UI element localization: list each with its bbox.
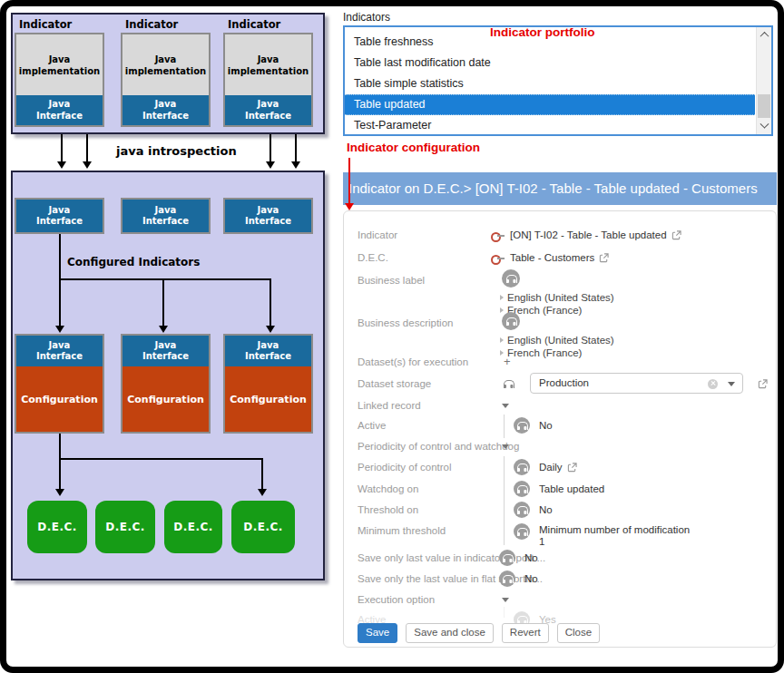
field-row-active: Active No [344, 416, 776, 434]
field-row-linked-record: Linked record [344, 396, 776, 415]
field-row-periodicity-group: Periodicity of control and watchdog [344, 437, 776, 455]
arrow-down-icon [295, 134, 297, 161]
foreign-key-icon [491, 254, 505, 262]
annotation-arrow-icon [348, 158, 350, 203]
java-interface-box: Java Interface [122, 336, 209, 366]
field-row-datasets-for-execution: Dataset(s) for execution + [344, 353, 776, 371]
clear-icon[interactable] [708, 379, 718, 389]
arrow-down-icon [61, 134, 63, 161]
expand-triangle-icon[interactable] [500, 337, 504, 343]
scrollbar[interactable] [756, 27, 771, 134]
save-and-close-button[interactable]: Save and close [406, 623, 494, 643]
indicator-group-label: Indicator [223, 16, 313, 33]
arrow-down-icon [162, 280, 164, 326]
field-row-save-last-flat: Save only the last value in flat reporti… [344, 570, 776, 588]
foreign-key-icon [491, 231, 505, 239]
configured-indicators-container: Java Interface Java Interface Java Inter… [11, 171, 325, 580]
java-interface-box: Java Interface [225, 336, 311, 366]
indicator-group-label: Indicator [15, 16, 104, 33]
add-icon[interactable]: + [504, 353, 511, 371]
arrow-down-icon [59, 280, 61, 326]
connector-line [59, 458, 263, 460]
list-item-selected[interactable]: Table updated [345, 94, 755, 115]
field-row-minimum-threshold: Minimum threshold Minimum number of modi… [344, 522, 776, 549]
java-interface-box: Java Interface [16, 95, 103, 125]
inherited-value-icon[interactable] [514, 481, 530, 497]
field-row-save-last-indicator: Save only last value in indicator report… [344, 549, 776, 567]
arrow-down-icon [270, 134, 271, 161]
java-interface-box: Java Interface [16, 336, 103, 366]
collapse-chevron-icon[interactable] [502, 444, 509, 449]
save-button[interactable]: Save [358, 623, 397, 643]
inherited-value-icon[interactable] [514, 459, 530, 475]
dec-box: D.E.C. [95, 501, 155, 553]
external-link-icon[interactable] [671, 230, 681, 240]
java-implementation-box: Java implementation [122, 34, 209, 95]
dec-box: D.E.C. [164, 501, 222, 553]
scroll-thumb[interactable] [758, 94, 770, 118]
inherited-value-icon [504, 380, 513, 387]
close-button[interactable]: Close [557, 623, 600, 643]
indicator-group: Indicator Java implementation Java Inter… [121, 16, 211, 127]
java-introspection-label: java introspection [116, 144, 237, 158]
list-item[interactable]: Table simple statistics [345, 73, 755, 94]
arrow-down-icon [270, 280, 271, 326]
java-interface-box: Java Interface [15, 198, 104, 234]
annotation-indicator-configuration: Indicator configuration [347, 141, 480, 154]
java-interface-box: Java Interface [121, 198, 211, 234]
indicator-box: Java implementation Java Interface [223, 33, 313, 127]
dataset-storage-combobox[interactable]: Production [530, 373, 743, 394]
indicator-box: Java implementation Java Interface [15, 33, 104, 127]
configuration-box: Configuration [16, 366, 103, 432]
inherited-value-icon[interactable] [502, 312, 520, 330]
connector-line [59, 278, 271, 280]
indicator-group: Indicator Java implementation Java Inter… [223, 16, 313, 127]
list-item[interactable]: Test-Parameter [345, 115, 755, 136]
scroll-up-icon[interactable] [757, 28, 771, 42]
field-row-business-label: Business label English (United States) F… [344, 271, 776, 317]
form-header: Indicator on D.E.C.> [ON] T-I02 - Table … [343, 172, 777, 205]
inherited-value-icon[interactable] [514, 523, 530, 540]
field-row-dataset-storage: Dataset storage Production [344, 375, 776, 393]
indicator-group: Indicator Java implementation Java Inter… [15, 16, 104, 127]
configuration-box: Configuration [122, 366, 209, 432]
dropdown-caret-icon[interactable] [728, 382, 735, 386]
field-row-periodicity-of-control: Periodicity of control Daily [344, 458, 776, 476]
indicator-box: Java implementation Java Interface [121, 33, 211, 127]
configured-indicator-box: Java Interface Configuration [223, 334, 313, 434]
collapse-chevron-icon[interactable] [502, 598, 509, 602]
screenshot-root: Indicator Java implementation Java Inter… [0, 0, 784, 673]
field-row-dec: D.E.C. Table - Customers [344, 249, 776, 267]
expand-triangle-icon[interactable] [500, 307, 504, 313]
inherited-value-icon[interactable] [514, 417, 530, 434]
field-row-watchdog-on: Watchdog on Table updated [344, 480, 776, 498]
configured-indicator-box: Java Interface Configuration [15, 334, 104, 434]
scroll-down-icon[interactable] [757, 120, 771, 133]
inherited-value-icon[interactable] [514, 502, 530, 518]
java-implementation-box: Java implementation [16, 34, 103, 95]
external-link-icon[interactable] [758, 379, 768, 389]
dec-box: D.E.C. [231, 501, 295, 553]
indicators-listbox[interactable]: Table freshness Table last modification … [343, 25, 773, 136]
field-row-execution-option: Execution option [344, 590, 776, 609]
collapse-chevron-icon[interactable] [502, 404, 509, 408]
field-row-indicator: Indicator [ON] T-I02 - Table - Table upd… [344, 226, 776, 244]
arrow-down-icon [261, 460, 263, 489]
external-link-icon[interactable] [599, 253, 609, 263]
list-item[interactable]: Table last modification date [345, 53, 755, 73]
external-link-icon[interactable] [567, 463, 577, 473]
indicator-group-label: Indicator [121, 16, 211, 33]
arrow-down-icon [86, 134, 88, 161]
dec-box: D.E.C. [27, 501, 87, 553]
inherited-value-icon[interactable] [502, 269, 520, 288]
expand-triangle-icon[interactable] [500, 295, 504, 300]
connector-line [59, 434, 61, 458]
arrow-down-icon [59, 460, 61, 489]
indicator-configuration-form: Indicator [ON] T-I02 - Table - Table upd… [343, 210, 777, 648]
indicators-container: Indicator Java implementation Java Inter… [11, 13, 325, 134]
revert-button[interactable]: Revert [502, 623, 549, 643]
inherited-value-icon[interactable] [499, 550, 515, 566]
configuration-box: Configuration [225, 366, 311, 432]
java-interface-box: Java Interface [122, 95, 209, 125]
inherited-value-icon[interactable] [499, 571, 515, 587]
